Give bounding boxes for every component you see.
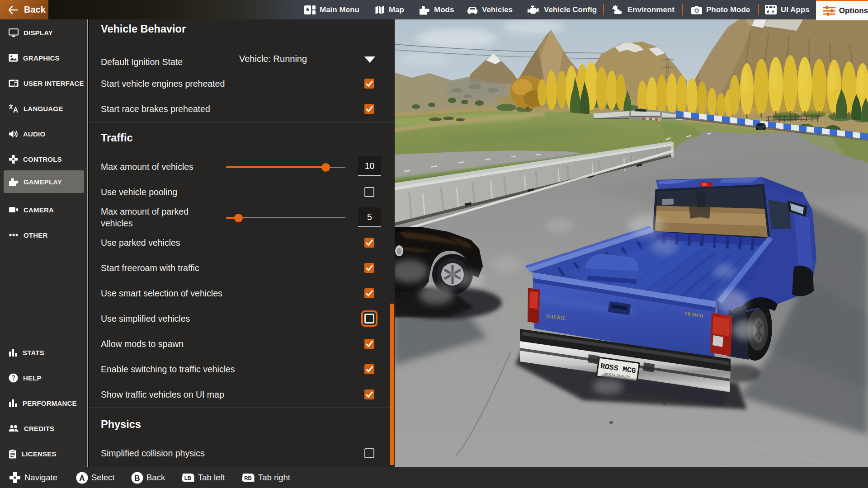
svg-text:LB: LB (184, 475, 191, 481)
svg-text:RB: RB (244, 475, 252, 481)
svg-text:A: A (79, 474, 85, 482)
svg-text:B: B (134, 474, 140, 482)
